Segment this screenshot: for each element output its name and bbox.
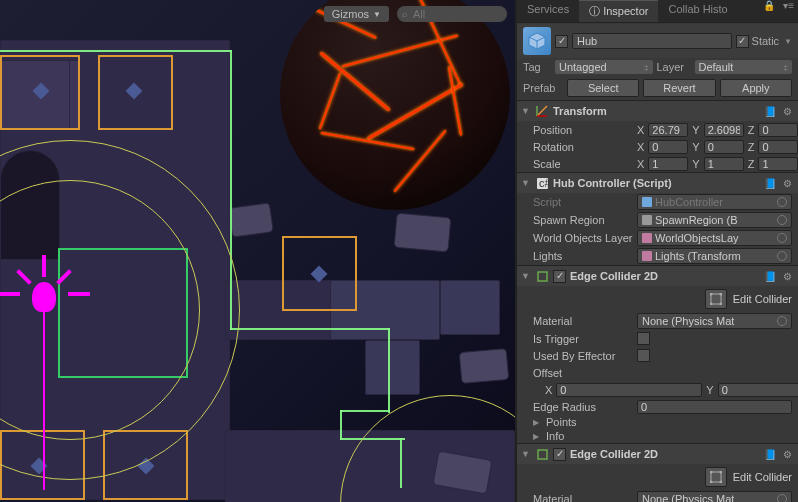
tab-inspector[interactable]: ⓘInspector <box>579 0 658 22</box>
material-field[interactable]: None (Physics Mat <box>637 313 792 329</box>
object-picker-icon[interactable] <box>777 316 787 326</box>
scale-x-field[interactable] <box>648 157 688 171</box>
lights-label: Lights <box>533 250 633 262</box>
lava-sphere-decoration <box>280 0 510 210</box>
gear-icon[interactable]: ⚙ <box>780 447 794 461</box>
is-trigger-checkbox[interactable] <box>637 332 650 345</box>
component-enabled-checkbox[interactable] <box>553 448 566 461</box>
transform-component: ▼ Transform 📘 ⚙ Position X Y Z <box>517 100 798 172</box>
chevron-down-icon: ▼ <box>373 10 381 19</box>
position-z-field[interactable] <box>758 123 798 137</box>
edge-collider-header-2[interactable]: ▼ Edge Collider 2D 📘 ⚙ <box>517 444 798 464</box>
points-foldout[interactable]: ▶Points <box>517 415 798 429</box>
static-label: Static <box>752 35 780 47</box>
collider-icon <box>535 447 549 461</box>
help-icon[interactable]: 📘 <box>763 104 777 118</box>
edge-collider-header-1[interactable]: ▼ Edge Collider 2D 📘 ⚙ <box>517 266 798 286</box>
inspector-panel: Services ⓘInspector Collab Histo 🔒 ▾≡ St… <box>517 0 798 502</box>
svg-point-14 <box>719 303 722 306</box>
script-icon: c# <box>535 176 549 190</box>
hub-controller-component: ▼ c# Hub Controller (Script) 📘 ⚙ Script … <box>517 172 798 265</box>
prefab-select-button[interactable]: Select <box>567 79 639 97</box>
transform-icon <box>535 104 549 118</box>
gear-icon[interactable]: ⚙ <box>780 269 794 283</box>
object-picker-icon[interactable] <box>777 251 787 261</box>
rotation-z-field[interactable] <box>758 140 798 154</box>
edit-collider-label-2: Edit Collider <box>733 471 792 483</box>
object-picker-icon[interactable] <box>777 215 787 225</box>
scene-view[interactable]: Gizmos ▼ ⌕ <box>0 0 517 502</box>
search-icon: ⌕ <box>402 9 407 19</box>
script-asset-icon <box>642 197 652 207</box>
offset-label: Offset <box>533 367 633 379</box>
object-picker-icon[interactable] <box>777 233 787 243</box>
fold-arrow-icon: ▼ <box>521 449 531 459</box>
gameobject-cube-icon[interactable] <box>523 27 551 55</box>
chevron-down-icon: ‡ <box>644 63 648 72</box>
spawn-region-field[interactable]: SpawnRegion (B <box>637 212 792 228</box>
edge-radius-label: Edge Radius <box>533 401 633 413</box>
svg-rect-15 <box>538 450 547 459</box>
inspector-tabs: Services ⓘInspector Collab Histo 🔒 ▾≡ <box>517 0 798 23</box>
info-foldout[interactable]: ▶Info <box>517 429 798 443</box>
gameobject-ref-icon <box>642 215 652 225</box>
scene-search-input[interactable] <box>397 6 507 22</box>
gizmos-dropdown[interactable]: Gizmos ▼ <box>324 6 389 22</box>
rotation-x-field[interactable] <box>648 140 688 154</box>
prefab-revert-button[interactable]: Revert <box>643 79 715 97</box>
scale-label: Scale <box>533 158 633 170</box>
prefab-apply-button[interactable]: Apply <box>720 79 792 97</box>
static-dropdown-arrow[interactable]: ▼ <box>782 37 792 46</box>
scale-y-field[interactable] <box>704 157 744 171</box>
panel-menu-icon[interactable]: ▾≡ <box>779 0 798 22</box>
help-icon[interactable]: 📘 <box>763 269 777 283</box>
spawn-region-label: Spawn Region <box>533 214 633 226</box>
position-x-field[interactable] <box>648 123 688 137</box>
lock-icon[interactable]: 🔒 <box>759 0 779 22</box>
svg-rect-16 <box>711 472 721 482</box>
edge-collider-title-1: Edge Collider 2D <box>570 270 759 282</box>
collider-icon <box>535 269 549 283</box>
transform-ref-icon <box>642 233 652 243</box>
gear-icon[interactable]: ⚙ <box>780 176 794 190</box>
scale-z-field[interactable] <box>758 157 798 171</box>
material-field-2[interactable]: None (Physics Mat <box>637 491 792 502</box>
component-enabled-checkbox[interactable] <box>553 270 566 283</box>
svg-rect-9 <box>538 272 547 281</box>
static-toggle[interactable]: Static ▼ <box>736 35 792 48</box>
tab-services[interactable]: Services <box>517 0 579 22</box>
object-picker-icon[interactable] <box>777 494 787 502</box>
tag-dropdown[interactable]: Untagged‡ <box>555 60 653 74</box>
tab-collab-history[interactable]: Collab Histo <box>658 0 737 22</box>
material-label: Material <box>533 315 633 327</box>
gear-icon[interactable]: ⚙ <box>780 104 794 118</box>
lights-field[interactable]: Lights (Transform <box>637 248 792 264</box>
scene-content[interactable] <box>0 0 515 502</box>
hub-controller-header[interactable]: ▼ c# Hub Controller (Script) 📘 ⚙ <box>517 173 798 193</box>
rotation-label: Rotation <box>533 141 633 153</box>
edit-collider-toggle-button[interactable] <box>705 289 727 309</box>
object-picker-icon[interactable] <box>777 197 787 207</box>
svg-point-12 <box>719 293 722 296</box>
layer-dropdown[interactable]: Default‡ <box>695 60 793 74</box>
edge-radius-field[interactable] <box>637 400 792 414</box>
offset-y-field[interactable] <box>718 383 798 397</box>
hub-controller-title: Hub Controller (Script) <box>553 177 759 189</box>
gizmos-label: Gizmos <box>332 8 369 20</box>
gameobject-name-field[interactable] <box>572 33 732 49</box>
transform-header[interactable]: ▼ Transform 📘 ⚙ <box>517 101 798 121</box>
svg-point-17 <box>710 471 713 474</box>
help-icon[interactable]: 📘 <box>763 447 777 461</box>
edge-collider-title-2: Edge Collider 2D <box>570 448 759 460</box>
position-y-field[interactable] <box>704 123 744 137</box>
static-checkbox[interactable] <box>736 35 749 48</box>
chevron-right-icon: ▶ <box>533 432 543 441</box>
edit-collider-toggle-button[interactable] <box>705 467 727 487</box>
used-by-effector-checkbox[interactable] <box>637 349 650 362</box>
world-objects-field[interactable]: WorldObjectsLay <box>637 230 792 246</box>
help-icon[interactable]: 📘 <box>763 176 777 190</box>
rotation-y-field[interactable] <box>704 140 744 154</box>
gameobject-active-checkbox[interactable] <box>555 35 568 48</box>
tag-label: Tag <box>523 61 551 73</box>
offset-x-field[interactable] <box>556 383 702 397</box>
